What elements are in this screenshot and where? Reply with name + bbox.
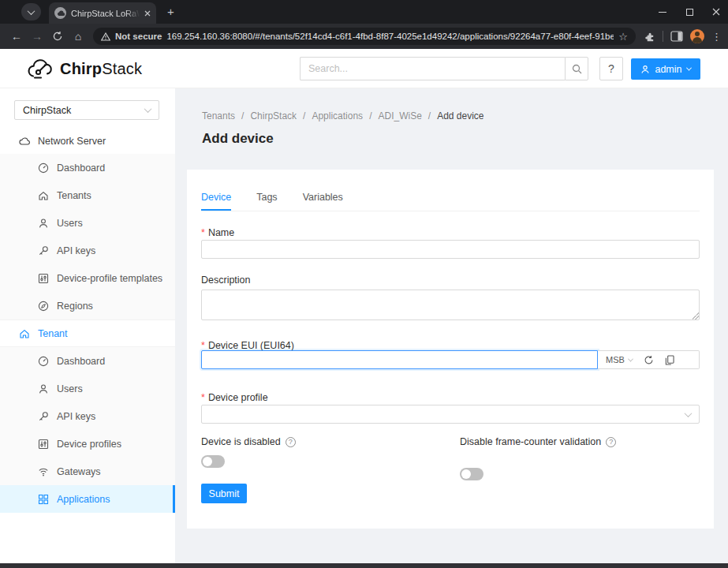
add-device-card: Device Tags Variables *Name Description … [187, 170, 714, 529]
sidebar-item-tenant-applications[interactable]: Applications [0, 485, 175, 513]
reload-icon[interactable] [47, 31, 68, 42]
sidebar-item-ns-device-profile-templates[interactable]: Device-profile templates [0, 264, 175, 292]
sidebar-item-tenant-api-keys[interactable]: API keys [0, 402, 175, 430]
device-profile-select[interactable] [201, 405, 700, 424]
form-tabs: Device Tags Variables [201, 192, 700, 211]
app-header: ChirpStack ? admin [0, 49, 728, 88]
name-field-label: *Name [201, 225, 234, 239]
extensions-icon[interactable] [644, 31, 655, 43]
key-icon [38, 411, 49, 422]
sidebar-item-ns-api-keys[interactable]: API keys [0, 237, 175, 264]
home-icon[interactable]: ⌂ [68, 30, 88, 43]
device-profile-field-label: *Device profile [201, 390, 268, 404]
tab-variables[interactable]: Variables [303, 192, 343, 211]
description-textarea[interactable] [201, 290, 700, 320]
sidebar-item-label: Dashboard [57, 163, 105, 174]
chirpstack-favicon-icon [54, 7, 66, 19]
cloud-icon [19, 136, 30, 147]
generate-random-icon[interactable] [644, 355, 654, 365]
wifi-icon [38, 466, 49, 477]
side-panel-icon[interactable] [670, 31, 683, 42]
home-icon [19, 328, 30, 339]
sidebar-item-label: Device-profile templates [57, 273, 162, 284]
search-button[interactable] [565, 57, 588, 80]
admin-user-button[interactable]: admin [631, 58, 700, 80]
bookmark-star-icon[interactable]: ☆ [618, 31, 628, 43]
breadcrumb-separator: / [428, 110, 431, 121]
dev-eui-input[interactable] [201, 350, 598, 369]
sidebar-item-ns-users[interactable]: Users [0, 209, 175, 237]
control-icon [38, 439, 49, 450]
submit-label: Submit [209, 488, 240, 499]
sidebar-group-tenant[interactable]: Tenant [0, 320, 175, 347]
frame-counter-toggle[interactable] [460, 468, 483, 480]
tab-device[interactable]: Device [201, 192, 231, 211]
sidebar-item-ns-tenants[interactable]: Tenants [0, 181, 175, 209]
sidebar-item-label: Users [57, 218, 83, 229]
help-button[interactable]: ? [599, 57, 623, 80]
sidebar-item-ns-regions[interactable]: Regions [0, 292, 175, 320]
browser-menu-icon[interactable]: ⋮ [711, 31, 722, 43]
breadcrumb-applications[interactable]: Applications [312, 110, 363, 121]
frame-counter-label: Disable frame-counter validation ? [460, 436, 616, 447]
sidebar-item-tenant-gateways[interactable]: Gateways [0, 458, 175, 485]
byte-order-dropdown[interactable]: MSB [606, 355, 633, 364]
description-field-label: Description [201, 275, 251, 286]
maximize-button[interactable] [685, 8, 693, 16]
tab-search-button[interactable] [21, 3, 41, 21]
sidebar-item-tenant-device-profiles[interactable]: Device profiles [0, 430, 175, 458]
breadcrumb-chirpstack[interactable]: ChirpStack [250, 110, 297, 121]
device-disabled-toggle[interactable] [201, 455, 225, 468]
sidebar: ChirpStack Network Server Dashboard Tena… [0, 88, 175, 563]
chevron-down-icon [28, 7, 35, 15]
submit-button[interactable]: Submit [201, 484, 247, 503]
browser-profile-avatar[interactable] [690, 29, 704, 43]
required-mark: * [201, 392, 205, 403]
url-text[interactable]: 169.254.160.36:8080/#/tenants/52f14cd4-c… [166, 32, 614, 41]
security-label[interactable]: Not secure [115, 32, 162, 41]
toolbar-actions: ⋮ [644, 29, 722, 43]
help-label: ? [608, 62, 614, 75]
sidebar-item-ns-dashboard[interactable]: Dashboard [0, 154, 175, 181]
textarea-resize-handle[interactable] [692, 312, 699, 320]
tab-close-icon[interactable] [144, 10, 151, 17]
forward-icon[interactable]: → [27, 30, 47, 43]
breadcrumb-separator: / [369, 110, 371, 121]
dev-eui-input-group: MSB [201, 350, 700, 369]
admin-label: admin [655, 64, 681, 75]
breadcrumb-adi-wise[interactable]: ADI_WiSe [378, 110, 421, 121]
question-circle-icon[interactable]: ? [286, 437, 296, 447]
home-icon [38, 190, 49, 201]
copy-icon[interactable] [665, 355, 674, 365]
sidebar-item-label: Gateways [57, 466, 101, 477]
address-bar[interactable]: Not secure 169.254.160.36:8080/#/tenants… [93, 28, 636, 45]
chevron-down-icon [144, 105, 152, 113]
sidebar-item-label: Tenants [57, 190, 91, 201]
question-circle-icon[interactable]: ? [606, 437, 616, 447]
name-input[interactable] [201, 240, 700, 259]
browser-tab[interactable]: ChirpStack LoRaWAN® Netwo [49, 2, 156, 24]
tenant-select[interactable]: ChirpStack [14, 100, 159, 120]
warning-icon [101, 32, 110, 41]
device-disabled-label: Device is disabled ? [201, 436, 296, 447]
sidebar-group-label: Tenant [38, 328, 68, 339]
compass-icon [38, 301, 49, 312]
sidebar-item-tenant-users[interactable]: Users [0, 375, 175, 402]
page-title: Add device [202, 131, 274, 147]
close-button[interactable] [712, 8, 720, 16]
tab-tags[interactable]: Tags [256, 192, 277, 211]
dashboard-icon [38, 356, 49, 367]
search-input[interactable] [300, 57, 565, 80]
chevron-down-icon [685, 65, 691, 71]
sidebar-item-label: Device profiles [57, 439, 121, 450]
dev-eui-addon: MSB [598, 350, 700, 369]
browser-tab-strip: ChirpStack LoRaWAN® Netwo + [0, 0, 728, 24]
new-tab-button[interactable]: + [167, 6, 174, 18]
required-mark: * [201, 227, 205, 238]
back-icon[interactable]: ← [6, 30, 27, 43]
sidebar-menu: Network Server Dashboard Tenants Users A… [0, 129, 175, 513]
minimize-button[interactable] [659, 8, 666, 16]
breadcrumb-tenants[interactable]: Tenants [202, 110, 235, 121]
sidebar-group-network-server[interactable]: Network Server [0, 129, 175, 154]
sidebar-item-tenant-dashboard[interactable]: Dashboard [0, 347, 175, 375]
